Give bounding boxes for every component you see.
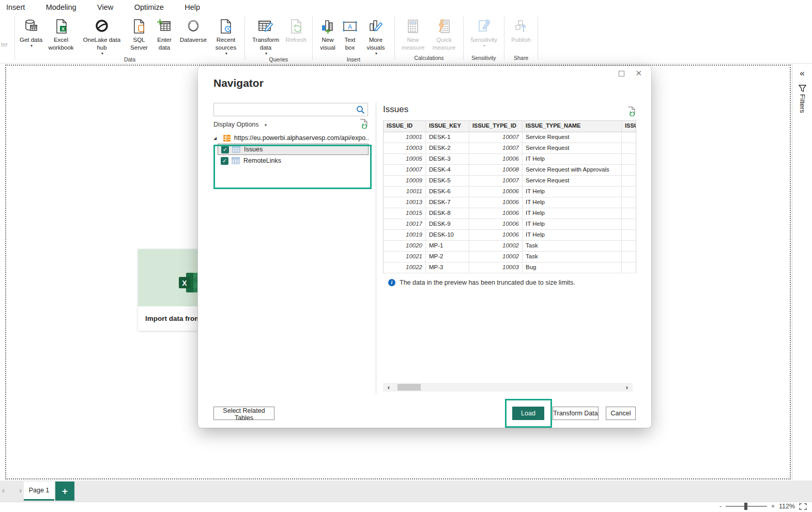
cell-issue-type-name: IT Help bbox=[523, 208, 622, 219]
table-row: 10021 MP-2 10002 Task bbox=[384, 252, 636, 262]
scroll-right-icon[interactable]: › bbox=[621, 383, 633, 391]
excel-workbook-button[interactable]: X Excel workbook bbox=[44, 14, 78, 52]
recent-sources-icon bbox=[219, 18, 233, 35]
get-data-button[interactable]: Get data ▼ bbox=[18, 14, 44, 48]
tree-item-issues[interactable]: ✓ Issues bbox=[218, 144, 369, 155]
cell-empty bbox=[622, 197, 636, 208]
new-visual-button[interactable]: New visual bbox=[316, 14, 340, 52]
zoom-slider-thumb[interactable] bbox=[744, 503, 747, 510]
chevron-down-icon: ▼ bbox=[101, 52, 104, 55]
checkbox-checked-icon[interactable]: ✓ bbox=[221, 157, 228, 165]
navigation-tree: ◢ https://eu.powerbi.alphaservesp.com/ap… bbox=[213, 132, 369, 166]
display-options-dropdown[interactable]: Display Options ▼ bbox=[213, 121, 268, 128]
cell-issue-type-name: Task bbox=[523, 241, 622, 251]
import-data-card[interactable]: X Import data from bbox=[138, 249, 198, 331]
tab-page-1[interactable]: Page 1 bbox=[24, 482, 54, 501]
preview-table-header: ISSUE_ID ISSUE_KEY ISSUE_TYPE_ID ISSUE_T… bbox=[384, 121, 636, 132]
ribbon-group-share: Publish Share bbox=[505, 14, 537, 63]
import-card-thumbnail: X bbox=[138, 249, 198, 306]
recent-sources-button[interactable]: Recent sources ▼ bbox=[210, 14, 241, 55]
cell-empty bbox=[622, 262, 636, 273]
new-visual-label: New visual bbox=[316, 36, 340, 52]
expand-filters-icon[interactable]: « bbox=[792, 68, 812, 79]
table-row: 10003 DESK-2 10007 Service Request bbox=[384, 143, 636, 154]
search-icon bbox=[356, 105, 365, 114]
sql-server-label: SQL Server bbox=[126, 36, 152, 52]
chevron-down-icon: ▼ bbox=[30, 44, 34, 48]
ribbon-group-queries: Transform data ▼ Refresh Queries bbox=[246, 14, 311, 63]
cell-issue-id: 10021 bbox=[384, 252, 426, 262]
group-label-calculations: Calculations bbox=[398, 54, 460, 63]
cell-empty bbox=[622, 165, 636, 175]
filters-panel-label: Filters bbox=[799, 94, 806, 113]
dialog-maximize-button[interactable] bbox=[619, 71, 624, 76]
text-box-button[interactable]: A Text box bbox=[340, 14, 360, 52]
text-box-icon: A bbox=[342, 18, 358, 35]
tree-source-node[interactable]: ◢ https://eu.powerbi.alphaservesp.com/ap… bbox=[213, 132, 369, 144]
cell-issue-type-id: 10006 bbox=[469, 197, 523, 208]
dialog-title: Navigator bbox=[213, 77, 264, 89]
dialog-close-icon[interactable]: ✕ bbox=[635, 69, 642, 78]
column-header[interactable]: ISSUE bbox=[622, 121, 636, 132]
cell-issue-type-id: 10006 bbox=[469, 208, 523, 219]
zoom-slider[interactable] bbox=[726, 506, 767, 507]
quick-measure-button: Quick measure bbox=[428, 14, 460, 52]
cell-issue-key: DESK-4 bbox=[426, 165, 469, 175]
transform-data-button[interactable]: Transform data ▼ bbox=[248, 14, 283, 55]
menu-insert[interactable]: Insert bbox=[6, 3, 25, 11]
cancel-button[interactable]: Cancel bbox=[606, 407, 636, 420]
horizontal-scrollbar[interactable]: ‹ › bbox=[383, 383, 633, 392]
refresh-preview-icon[interactable] bbox=[359, 119, 368, 129]
zoom-in-button[interactable]: + bbox=[771, 503, 775, 510]
menu-view[interactable]: View bbox=[97, 3, 113, 11]
column-header[interactable]: ISSUE_TYPE_ID bbox=[469, 121, 523, 132]
publish-button: Publish bbox=[508, 14, 534, 44]
select-related-tables-button[interactable]: Select Related Tables bbox=[213, 407, 274, 420]
cell-issue-type-name: Service Request bbox=[523, 143, 622, 153]
cell-issue-type-id: 10007 bbox=[469, 176, 523, 186]
scroll-left-icon[interactable]: ‹ bbox=[383, 383, 394, 391]
cell-issue-type-id: 10006 bbox=[469, 219, 523, 229]
enter-data-button[interactable]: Enter data bbox=[152, 14, 176, 52]
filters-panel: « Filters bbox=[792, 64, 812, 480]
column-header[interactable]: ISSUE_TYPE_NAME bbox=[523, 121, 622, 132]
cell-issue-key: DESK-8 bbox=[426, 208, 469, 219]
dataverse-button[interactable]: Dataverse bbox=[176, 14, 210, 44]
menu-help[interactable]: Help bbox=[185, 3, 200, 11]
cell-issue-id: 10019 bbox=[384, 230, 426, 240]
sql-server-button[interactable]: SQL Server bbox=[126, 14, 152, 52]
cell-issue-key: MP-1 bbox=[426, 241, 469, 251]
expand-triangle-icon[interactable]: ◢ bbox=[213, 136, 220, 141]
transform-data-button-dialog[interactable]: Transform Data bbox=[553, 407, 599, 420]
scrollbar-track[interactable] bbox=[394, 383, 621, 392]
cell-issue-id: 10020 bbox=[384, 241, 426, 251]
more-visuals-label: More visuals bbox=[360, 36, 391, 52]
onelake-label: OneLake data hub bbox=[78, 36, 126, 52]
tree-item-remotelinks[interactable]: ✓ RemoteLinks bbox=[218, 155, 369, 166]
table-row: 10022 MP-3 10003 Bug bbox=[384, 262, 636, 273]
onelake-data-hub-button[interactable]: OneLake data hub ▼ bbox=[78, 14, 126, 55]
onelake-icon bbox=[94, 18, 110, 35]
table-name: RemoteLinks bbox=[243, 157, 281, 164]
cell-issue-id: 10022 bbox=[384, 262, 426, 273]
checkbox-checked-icon[interactable]: ✓ bbox=[221, 146, 229, 153]
group-label-sensitivity: Sensitivity bbox=[467, 54, 501, 63]
zoom-out-button[interactable]: - bbox=[719, 503, 722, 510]
table-row: 10009 DESK-5 10007 Service Request bbox=[384, 176, 636, 187]
search-input[interactable] bbox=[214, 103, 354, 116]
excel-logo-icon: X bbox=[178, 272, 198, 293]
column-header[interactable]: ISSUE_KEY bbox=[426, 121, 469, 132]
more-visuals-button[interactable]: More visuals ▼ bbox=[360, 14, 391, 55]
refresh-preview-icon[interactable] bbox=[627, 106, 636, 116]
load-button[interactable]: Load bbox=[512, 407, 544, 420]
table-row: 10017 DESK-9 10006 IT Help bbox=[384, 219, 636, 230]
navigator-dialog: ✕ Navigator Display Options ▼ ◢ https://… bbox=[198, 66, 651, 428]
menu-optimize[interactable]: Optimize bbox=[134, 3, 164, 11]
fit-to-page-icon[interactable] bbox=[799, 503, 807, 510]
web-source-icon bbox=[223, 134, 231, 142]
add-page-button[interactable]: + bbox=[55, 482, 74, 501]
scrollbar-thumb[interactable] bbox=[397, 384, 421, 391]
cell-issue-type-id: 10006 bbox=[469, 230, 523, 240]
column-header[interactable]: ISSUE_ID bbox=[384, 121, 426, 132]
menu-modeling[interactable]: Modeling bbox=[46, 3, 76, 11]
